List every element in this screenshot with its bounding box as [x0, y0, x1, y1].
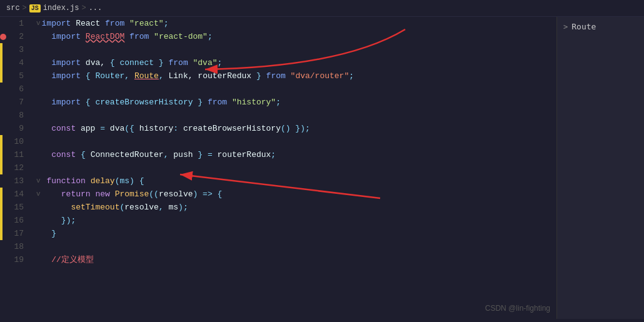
- chevron-right-icon: >: [563, 23, 568, 31]
- line-num-14: 14: [5, 188, 30, 201]
- breadcrumb-filename: index.js: [43, 4, 79, 13]
- git-indicator: [0, 161, 3, 174]
- code-line-7: import { createBrowserHistory } from "hi…: [36, 96, 556, 109]
- line-num-4: 4: [5, 56, 30, 69]
- git-indicator: [0, 188, 3, 201]
- line-num-19: 19: [5, 253, 30, 266]
- line-num-10: 10: [5, 135, 30, 148]
- code-line-10: [36, 135, 556, 148]
- line-num-7: 7: [5, 96, 30, 109]
- fold-icon-1: v: [36, 17, 41, 30]
- breadcrumb-sep2: >: [81, 4, 86, 13]
- git-indicator: [0, 135, 3, 148]
- code-line-19: //定义模型: [36, 253, 556, 266]
- line-num-15: 15: [5, 201, 30, 214]
- breadcrumb-sep1: >: [23, 4, 27, 13]
- breadcrumb: src > JS index.js > ...: [0, 0, 644, 17]
- line-num-5: 5: [5, 69, 30, 83]
- line-num-9: 9: [5, 122, 30, 135]
- line-num-11: 11: [5, 148, 30, 161]
- line-numbers: 1 2 3 4 5 6 7 8 9 10 11 12 13 14 15 16 1…: [5, 17, 30, 319]
- breadcrumb-dots: ...: [89, 4, 103, 13]
- git-indicator: [0, 148, 3, 161]
- git-indicator: [0, 43, 3, 56]
- code-line-15: setTimeout(resolve, ms);: [36, 201, 556, 214]
- code-line-11: const { ConnectedRouter, push } = router…: [36, 148, 556, 161]
- line-num-12: 12: [5, 161, 30, 174]
- line-num-18: 18: [5, 240, 30, 253]
- line-num-16: 16: [5, 214, 30, 227]
- code-line-6: [36, 83, 556, 96]
- git-indicator: [0, 227, 3, 240]
- breadcrumb-src: src: [6, 4, 20, 13]
- git-indicator: [0, 56, 3, 69]
- code-line-14: v return new Promise((resolve) => {: [36, 188, 556, 201]
- line-num-17: 17: [5, 227, 30, 240]
- code-line-1: v import React from "react";: [36, 17, 556, 30]
- code-line-13: v function delay(ms) {: [36, 174, 556, 188]
- git-indicator: [0, 201, 3, 214]
- code-line-18: [36, 240, 556, 253]
- git-indicator: [0, 69, 3, 83]
- code-line-8: [36, 109, 556, 122]
- line-num-3: 3: [5, 43, 30, 56]
- line-num-2: 2: [5, 30, 30, 43]
- line-num-1: 1: [5, 17, 30, 30]
- code-line-16: });: [36, 214, 556, 227]
- right-panel-item: > Route: [563, 22, 638, 31]
- line-num-8: 8: [5, 109, 30, 122]
- breadcrumb-js-badge: JS: [29, 4, 41, 13]
- code-line-5: import { Router, Route, Link, routerRedu…: [36, 69, 556, 83]
- code-line-3: [36, 43, 556, 56]
- right-panel-label: Route: [571, 22, 596, 31]
- git-indicator: [0, 214, 3, 227]
- gutter-indicators: [0, 17, 5, 319]
- code-line-9: const app = dva({ history: createBrowser…: [36, 122, 556, 135]
- code-line-2: import ReactDOM from "react-dom";: [36, 30, 556, 43]
- code-line-4: import dva, { connect } from "dva";: [36, 56, 556, 69]
- watermark: CSDN @lin-fighting: [485, 304, 550, 313]
- code-content: v import React from "react"; import Reac…: [30, 17, 556, 319]
- breakpoint-dot[interactable]: [0, 34, 6, 40]
- code-line-12: [36, 161, 556, 174]
- right-panel: > Route: [556, 17, 644, 319]
- line-num-13: 13: [5, 174, 30, 188]
- code-line-17: }: [36, 227, 556, 240]
- line-num-6: 6: [5, 83, 30, 96]
